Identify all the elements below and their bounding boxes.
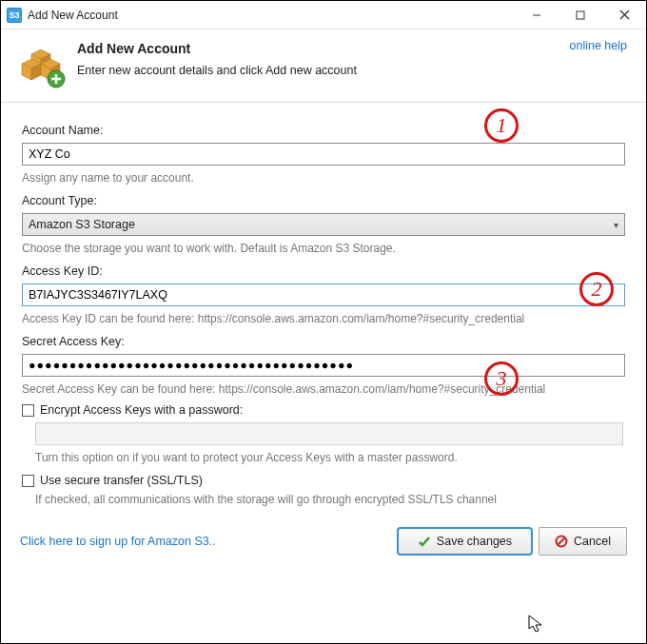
window-title: Add New Account bbox=[28, 9, 118, 22]
svg-marker-18 bbox=[529, 615, 541, 632]
ssl-hint: If checked, all communications with the … bbox=[35, 493, 625, 506]
encrypt-checkbox-row[interactable]: Encrypt Access Keys with a password: bbox=[22, 403, 625, 417]
save-button[interactable]: Save changes bbox=[397, 527, 533, 556]
ssl-checkbox-row[interactable]: Use secure transfer (SSL/TLS) bbox=[22, 474, 625, 487]
cancel-button-label: Cancel bbox=[574, 535, 611, 548]
window-titlebar: S3 Add New Account bbox=[1, 1, 646, 29]
minimize-button[interactable] bbox=[515, 1, 559, 29]
close-button[interactable] bbox=[602, 1, 646, 29]
encrypt-hint: Turn this option on if you want to prote… bbox=[35, 451, 625, 464]
cancel-icon bbox=[555, 535, 568, 548]
app-icon: S3 bbox=[7, 8, 22, 23]
ssl-checkbox[interactable] bbox=[22, 475, 34, 487]
header-title: Add New Account bbox=[77, 41, 357, 56]
access-key-label: Access Key ID: bbox=[22, 264, 625, 278]
access-key-input[interactable] bbox=[22, 283, 625, 306]
maximize-button[interactable] bbox=[559, 1, 602, 29]
cancel-button[interactable]: Cancel bbox=[539, 527, 627, 556]
encrypt-password-input bbox=[35, 422, 623, 445]
cursor-icon bbox=[528, 615, 545, 638]
account-type-hint: Choose the storage you want to work with… bbox=[22, 242, 625, 255]
svg-line-17 bbox=[558, 537, 565, 545]
header-subtitle: Enter new account details and click Add … bbox=[77, 64, 357, 77]
form-body: 1 2 3 Account Name: Assign any name to y… bbox=[1, 103, 646, 519]
account-type-select[interactable]: Amazon S3 Storage ▾ bbox=[22, 213, 625, 236]
account-type-label: Account Type: bbox=[22, 194, 625, 207]
account-type-value: Amazon S3 Storage bbox=[29, 218, 135, 231]
dialog-header: Add New Account Enter new account detail… bbox=[1, 29, 646, 103]
encrypt-label: Encrypt Access Keys with a password: bbox=[40, 403, 243, 417]
ssl-label: Use secure transfer (SSL/TLS) bbox=[40, 474, 203, 487]
online-help-link[interactable]: online help bbox=[570, 39, 627, 52]
account-name-input[interactable] bbox=[22, 143, 625, 166]
account-name-label: Account Name: bbox=[22, 124, 625, 137]
secret-key-input[interactable] bbox=[22, 354, 625, 377]
signup-link[interactable]: Click here to sign up for Amazon S3.. bbox=[20, 535, 216, 548]
secret-key-label: Secret Access Key: bbox=[22, 335, 625, 348]
access-key-hint: Access Key ID can be found here: https:/… bbox=[22, 312, 625, 325]
check-icon bbox=[418, 535, 431, 548]
svg-rect-1 bbox=[577, 11, 584, 19]
encrypt-checkbox[interactable] bbox=[22, 404, 34, 417]
save-button-label: Save changes bbox=[437, 535, 512, 548]
boxes-plus-icon bbox=[18, 41, 66, 88]
chevron-down-icon: ▾ bbox=[614, 220, 618, 230]
account-name-hint: Assign any name to your account. bbox=[22, 171, 625, 185]
dialog-footer: Click here to sign up for Amazon S3.. Sa… bbox=[1, 519, 646, 565]
secret-key-hint: Secret Access Key can be found here: htt… bbox=[22, 382, 625, 396]
